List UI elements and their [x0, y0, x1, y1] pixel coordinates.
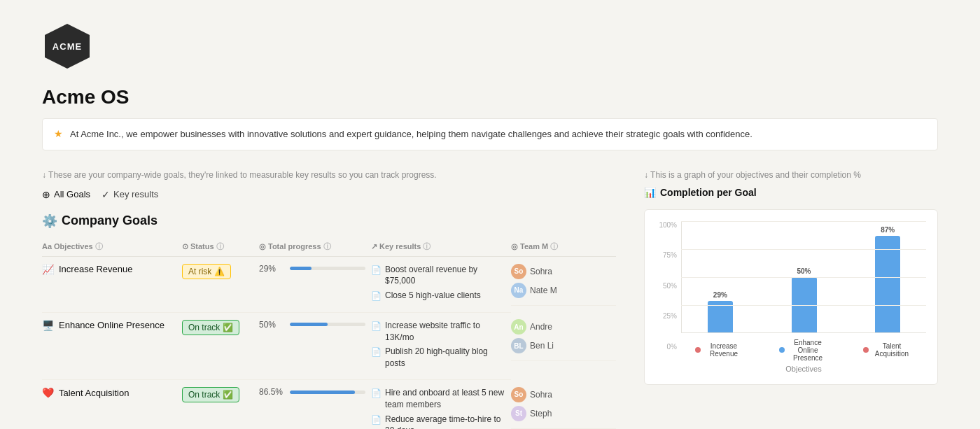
bar [875, 236, 900, 333]
chart-hint: ↓ This is a graph of your objectives and… [644, 170, 938, 180]
acme-logo: ACME [42, 21, 92, 71]
progress-pct: 50% [259, 320, 284, 330]
avatar: BL [511, 338, 526, 353]
description-banner: ★ At Acme Inc., we empower businesses wi… [42, 118, 938, 150]
tab-key-results-label: Key results [113, 189, 158, 199]
progress-bar-fill [290, 323, 328, 326]
key-results-cell: 📄 Hire and onboard at least 5 new team m… [371, 380, 511, 429]
legend-dot [863, 347, 869, 353]
team-cell: An Andre BL Ben Li [511, 312, 616, 361]
y-label-25: 25% [656, 312, 681, 320]
avatar: St [511, 406, 526, 421]
avatar-row: Na Nate M [511, 283, 610, 298]
col-status-icon: ⊙ [182, 242, 188, 251]
y-label-50: 50% [656, 282, 681, 290]
progress-row: 86.5% [259, 387, 365, 397]
objective-emoji: 🖥️ [42, 320, 54, 331]
col-team-info: ⓘ [550, 241, 558, 252]
section-title-text: Company Goals [62, 213, 158, 228]
col-status-label: Status [190, 242, 214, 251]
col-progress-info: ⓘ [323, 241, 331, 252]
star-icon: ★ [54, 128, 63, 139]
table-row: 📈 Increase Revenue At risk ⚠️ 29% 📄 Boos… [42, 256, 616, 312]
x-label-text: Enhance Online Presence [788, 339, 828, 362]
avatar-name: Ben Li [530, 341, 554, 351]
avatar-name: Sohra [530, 267, 552, 276]
avatar-row: An Andre [511, 319, 610, 335]
avatar-row: So Sohra [511, 387, 610, 402]
progress-cell: 29% [259, 256, 371, 312]
team-cell: So Sohra Na Nate M [511, 257, 616, 306]
objective-name: Enhance Online Presence [59, 320, 164, 330]
avatar-row: So Sohra [511, 264, 610, 279]
bar-group: 29% [696, 291, 745, 333]
table-row: 🖥️ Enhance Online Presence On track ✅ 50… [42, 312, 616, 379]
status-badge[interactable]: At risk ⚠️ [182, 264, 231, 279]
key-results-icon: ✓ [102, 189, 110, 200]
chart-bar-icon: 📊 [644, 187, 656, 198]
key-results-cell: 📄 Boost overall revenue by $75,000 📄 Clo… [371, 256, 511, 312]
kr-item: 📄 Boost overall revenue by $75,000 [371, 264, 505, 288]
kr-doc-icon: 📄 [371, 388, 382, 400]
x-label-text: Talent Acquisition [872, 342, 912, 358]
legend-dot [695, 347, 701, 353]
avatar: Na [511, 283, 526, 298]
x-axis-label: Objectives [681, 365, 926, 373]
col-team-icon: ◎ [511, 242, 518, 251]
table-row: ❤️ Talent Acquisition On track ✅ 86.5% 📄… [42, 380, 616, 429]
legend-dot [779, 347, 785, 353]
kr-doc-icon: 📄 [371, 290, 382, 302]
avatar-name: Sohra [530, 390, 552, 400]
avatar: So [511, 264, 526, 279]
col-status-info: ⓘ [216, 241, 224, 252]
tab-bar: ⊕ All Goals ✓ Key results [42, 187, 616, 202]
kr-text: Publish 20 high-quality blog posts [385, 346, 505, 370]
avatar-name: Andre [530, 322, 552, 332]
tab-all-goals[interactable]: ⊕ All Goals [42, 187, 90, 202]
kr-text: Close 5 high-value clients [385, 290, 481, 302]
objective-cell[interactable]: 📈 Increase Revenue [42, 264, 176, 275]
kr-doc-icon: 📄 [371, 265, 382, 276]
progress-bar-bg [290, 267, 365, 270]
avatar: So [511, 387, 526, 402]
status-badge[interactable]: On track ✅ [182, 387, 239, 402]
description-text: At Acme Inc., we empower businesses with… [70, 127, 752, 141]
progress-cell: 86.5% [259, 380, 371, 429]
kr-item: 📄 Publish 20 high-quality blog posts [371, 346, 505, 370]
col-progress-icon: ◎ [259, 242, 266, 251]
kr-item: 📄 Increase website traffic to 13K/mo [371, 320, 505, 344]
kr-text: Reduce average time-to-hire to 30 days. [385, 414, 505, 429]
progress-pct: 86.5% [259, 387, 284, 397]
kr-item: 📄 Hire and onboard at least 5 new team m… [371, 387, 505, 411]
progress-bar-fill [290, 391, 355, 394]
progress-row: 29% [259, 264, 365, 274]
objective-name: Talent Acquisition [59, 388, 129, 398]
objective-emoji: 📈 [42, 264, 54, 275]
chart-y-axis: 100% 75% 50% 25% 0% [656, 221, 681, 373]
col-team-label: Team M [520, 242, 548, 251]
status-badge[interactable]: On track ✅ [182, 320, 239, 335]
svg-text:ACME: ACME [52, 41, 82, 52]
page-title: Acme OS [42, 86, 938, 108]
objective-cell[interactable]: 🖥️ Enhance Online Presence [42, 320, 176, 331]
y-label-75: 75% [656, 251, 681, 259]
kr-doc-icon: 📄 [371, 321, 382, 332]
objective-cell[interactable]: ❤️ Talent Acquisition [42, 387, 176, 398]
tab-key-results[interactable]: ✓ Key results [102, 187, 158, 202]
kr-doc-icon: 📄 [371, 414, 382, 426]
y-label-100: 100% [656, 221, 681, 229]
col-kr-info: ⓘ [423, 241, 430, 252]
bar-group: 87% [863, 226, 912, 333]
right-panel: ↓ This is a graph of your objectives and… [644, 170, 938, 430]
kr-text: Increase website traffic to 13K/mo [385, 320, 505, 344]
kr-item: 📄 Reduce average time-to-hire to 30 days… [371, 414, 505, 429]
team-cell: So Sohra St Steph [511, 380, 616, 429]
col-progress-label: Total progress [268, 242, 321, 251]
progress-pct: 29% [259, 264, 284, 274]
bar-pct-label: 50% [797, 267, 811, 275]
col-kr-icon: ↗ [371, 242, 377, 251]
chart-plot: 29% 50% 87% Increase Revenue Enhance Onl… [681, 221, 926, 373]
all-goals-icon: ⊕ [42, 189, 50, 200]
x-label-text: Increase Revenue [704, 342, 744, 358]
col-objectives-icon: Aa [42, 242, 52, 251]
